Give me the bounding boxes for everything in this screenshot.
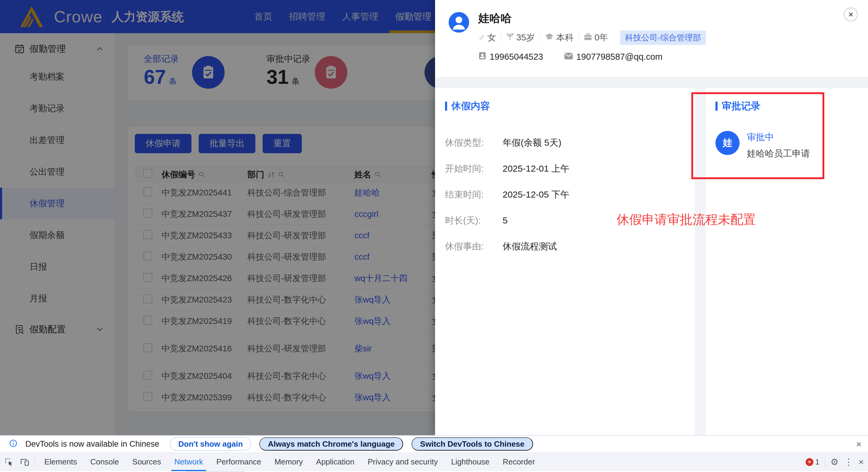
switch-to-chinese-button[interactable]: Switch DevTools to Chinese bbox=[411, 437, 533, 450]
close-icon: × bbox=[848, 9, 854, 20]
section-title: 审批记录 bbox=[715, 99, 857, 113]
devtools-tab[interactable]: Console bbox=[84, 453, 125, 471]
field-value: 年假(余额 5天) bbox=[503, 137, 561, 149]
section-title: 休假内容 bbox=[445, 99, 683, 113]
employee-meta: ♂ 女 35岁 本科 bbox=[478, 30, 706, 45]
error-count: 1 bbox=[815, 458, 819, 466]
info-icon bbox=[9, 439, 18, 449]
divider bbox=[501, 33, 501, 42]
devtools-tab[interactable]: Memory bbox=[268, 453, 309, 471]
gender-value: 女 bbox=[488, 32, 496, 44]
phone-value: 19965044523 bbox=[490, 52, 543, 62]
devtools-controls: × 1 ⚙ ⋮ × bbox=[806, 453, 864, 471]
more-menu-icon[interactable]: ⋮ bbox=[844, 458, 853, 467]
approval-status: 审批中 bbox=[747, 132, 810, 142]
age-value: 35岁 bbox=[517, 32, 535, 44]
annotation-text: 休假申请审批流程未配置 bbox=[617, 211, 756, 228]
devtools-tab-label: Network bbox=[174, 457, 203, 467]
screen: Crowe 人力资源系统 首页 招聘管理 人事管理 假勤管理 bbox=[0, 0, 868, 472]
settings-gear-icon[interactable]: ⚙ bbox=[831, 458, 839, 467]
department-tag: 科技公司-综合管理部 bbox=[620, 30, 706, 45]
approver-avatar: 娃 bbox=[715, 131, 740, 155]
age-icon bbox=[506, 33, 514, 43]
devtools-tab-label: Privacy and security bbox=[368, 457, 438, 467]
education-value: 本科 bbox=[556, 32, 574, 44]
field-row: 结束时间: 2025-12-05 下午 bbox=[445, 182, 683, 207]
infobar-message: DevTools is now available in Chinese bbox=[25, 439, 159, 449]
devtools-tab-label: Memory bbox=[274, 457, 303, 467]
title-bar-icon bbox=[715, 101, 718, 111]
devtools-tab-label: Performance bbox=[216, 457, 261, 467]
approval-description: 娃哈哈员工申请 bbox=[747, 147, 810, 160]
experience-value: 0年 bbox=[594, 32, 608, 44]
devtools-tabs: Elements Console Sources Network Perform… bbox=[38, 453, 541, 471]
approval-record-item: 娃 审批中 娃哈哈员工申请 bbox=[715, 131, 857, 160]
employee-name: 娃哈哈 bbox=[478, 13, 706, 24]
divider bbox=[540, 33, 540, 42]
devtools-tab[interactable]: Application bbox=[309, 453, 361, 471]
error-badge[interactable]: × 1 bbox=[806, 458, 819, 466]
inspect-element-icon[interactable] bbox=[2, 455, 16, 469]
field-row: 休假事由: 休假流程测试 bbox=[445, 233, 683, 259]
employee-header: 娃哈哈 ♂ 女 35岁 bbox=[448, 12, 706, 62]
dont-show-again-button[interactable]: Don't show again bbox=[170, 437, 251, 450]
devtools-tab-label: Application bbox=[316, 457, 354, 467]
field-row: 开始时间: 2025-12-01 上午 bbox=[445, 156, 683, 182]
field-value: 休假流程测试 bbox=[503, 240, 557, 253]
devtools-tab-label: Recorder bbox=[503, 457, 535, 467]
section-divider-band bbox=[435, 77, 868, 88]
experience-icon bbox=[584, 33, 592, 43]
devtools-close-icon[interactable]: × bbox=[858, 458, 864, 467]
field-row: 休假类型: 年假(余额 5天) bbox=[445, 130, 683, 156]
divider bbox=[825, 457, 825, 467]
field-label: 休假事由: bbox=[445, 240, 495, 253]
mail-icon bbox=[564, 52, 573, 62]
avatar bbox=[448, 12, 469, 33]
field-value: 5 bbox=[503, 215, 508, 226]
match-language-button[interactable]: Always match Chrome's language bbox=[259, 437, 403, 450]
field-value: 2025-12-01 上午 bbox=[503, 163, 569, 175]
devtools-infobar: DevTools is now available in Chinese Don… bbox=[0, 436, 868, 453]
leave-fields: 休假类型: 年假(余额 5天) 开始时间: 2025-12-01 上午 结束时间… bbox=[445, 130, 683, 259]
devtools-tab[interactable]: Network bbox=[167, 453, 210, 471]
leave-content-section: 休假内容 休假类型: 年假(余额 5天) 开始时间: 2025-12-01 上午… bbox=[445, 99, 683, 259]
leave-detail-drawer: × 娃哈哈 ♂ 女 bbox=[435, 0, 868, 435]
email-value: 1907798587@qq.com bbox=[576, 52, 662, 62]
devtools-tabbar: Elements Console Sources Network Perform… bbox=[0, 453, 868, 471]
error-icon: × bbox=[806, 458, 813, 466]
field-label: 时长(天): bbox=[445, 214, 495, 227]
devtools-tab-label: Lighthouse bbox=[451, 457, 489, 467]
field-label: 休假类型: bbox=[445, 137, 495, 149]
field-label: 结束时间: bbox=[445, 188, 495, 201]
devtools-tab[interactable]: Privacy and security bbox=[361, 453, 445, 471]
devtools-tab-label: Elements bbox=[44, 457, 77, 467]
devtools-tab-label: Console bbox=[90, 457, 119, 467]
devtools-panel: DevTools is now available in Chinese Don… bbox=[0, 435, 868, 472]
gender-icon: ♂ bbox=[478, 33, 485, 43]
phone-icon bbox=[478, 52, 487, 62]
device-toolbar-icon[interactable] bbox=[18, 455, 31, 469]
devtools-tab[interactable]: Recorder bbox=[496, 453, 541, 471]
devtools-tab-label: Sources bbox=[132, 457, 161, 467]
title-bar-icon bbox=[445, 101, 447, 111]
approval-records-section: 审批记录 娃 审批中 娃哈哈员工申请 bbox=[715, 99, 857, 160]
drawer-close-button[interactable]: × bbox=[844, 7, 858, 22]
devtools-tab[interactable]: Lighthouse bbox=[444, 453, 496, 471]
field-value: 2025-12-05 下午 bbox=[503, 188, 569, 201]
infobar-close-icon[interactable]: × bbox=[856, 439, 861, 449]
column-divider-strip bbox=[695, 88, 706, 435]
employee-contacts: 19965044523 1907798587@qq.com bbox=[478, 52, 706, 62]
devtools-tab[interactable]: Elements bbox=[38, 453, 84, 471]
divider bbox=[579, 33, 579, 42]
divider bbox=[34, 457, 35, 467]
field-label: 开始时间: bbox=[445, 163, 495, 175]
leave-section-title: 休假内容 bbox=[451, 99, 490, 113]
approval-section-title: 审批记录 bbox=[722, 99, 761, 113]
education-icon bbox=[545, 33, 554, 43]
devtools-tab[interactable]: Performance bbox=[210, 453, 268, 471]
devtools-tab[interactable]: Sources bbox=[126, 453, 167, 471]
